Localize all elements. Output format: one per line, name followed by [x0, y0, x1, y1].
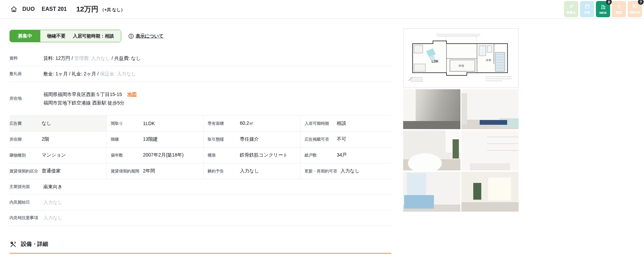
- transaction-value: 専任媒介: [240, 136, 259, 142]
- floorplan-label-ldk: LDK: [432, 60, 439, 63]
- display-info-link[interactable]: ⓘ 表示について: [129, 33, 164, 39]
- floor-cell: 所在階2階: [9, 132, 106, 147]
- ad-publish-label: 広告掲載可否: [305, 137, 337, 142]
- status-move-in: 入居可能時期：相談: [73, 33, 114, 39]
- room-number: EAST 201: [42, 6, 67, 12]
- layout-label: 間取り: [111, 121, 143, 126]
- deposit-key-money: 敷金: 1ヶ月 / 礼金: 2ヶ月 /: [43, 71, 100, 76]
- display-info-label[interactable]: 表示について: [136, 33, 164, 39]
- renewal-value: 入力なし: [340, 168, 360, 174]
- cancel-notice-label: 解約予告: [208, 168, 240, 174]
- equipment-section-label: 設備・詳細: [21, 241, 48, 248]
- stories-cell: 階建13階建: [106, 132, 203, 147]
- ad-fee-value: なし: [42, 120, 51, 126]
- building-type-label: 建物種別: [9, 152, 42, 158]
- transaction-cell: 取引態様専任媒介: [203, 132, 300, 147]
- address-line2: 福岡市営地下鉄空港線 西新駅 徒歩5分: [43, 99, 137, 107]
- pin-icon: [568, 3, 574, 9]
- image-sidebar: LDK 吹抜 洋室: [403, 28, 519, 212]
- image-icon: [632, 3, 638, 9]
- deposit-row: 敷礼保 敷金: 1ヶ月 / 礼金: 2ヶ月 / 保証金: 入力なし: [9, 66, 391, 82]
- structure-label: 構造: [208, 152, 240, 158]
- room-hold-label: 部屋止: [566, 10, 576, 15]
- drawing-create-label: 図面作成: [630, 11, 640, 14]
- property-photo-dining[interactable]: [403, 131, 460, 170]
- deposit-row-label: 敷礼保: [9, 71, 43, 77]
- header-action-buttons: 部屋止 内見 0 WEB 図面 ?: [564, 1, 642, 17]
- contract-period-value: 2年間: [143, 168, 155, 174]
- guarantee-money: 保証金: 入力なし: [100, 71, 136, 76]
- photo-grid: [403, 89, 519, 212]
- rent-price: 12万円: [76, 4, 98, 14]
- stories-value: 13階建: [143, 136, 158, 142]
- deposit-row-value: 敷金: 1ヶ月 / 礼金: 2ヶ月 / 保証金: 入力なし: [43, 70, 136, 78]
- top-bar: DUO EAST 201 12万円 （+共 なし） 部屋止 内見 0: [0, 0, 644, 19]
- rent-amount: 賃料: 12万円 /: [43, 55, 74, 61]
- viewing-note-row: 内見時注意事項 入力なし: [9, 210, 391, 226]
- detail-grid-row-2: 所在階2階 階建13階建 取引態様専任媒介 広告掲載可否不可: [9, 132, 391, 147]
- ad-fee-cell: 広告費なし: [9, 116, 106, 131]
- ad-publish-value: 不可: [337, 136, 346, 142]
- viewing-start-label: 内見開始日: [9, 199, 43, 205]
- lighting-row: 主要採光面 南東向き: [9, 179, 391, 195]
- recruiting-status-pill: 募集中 物確不要 入居可能時期：相談: [9, 30, 121, 42]
- property-details-table: 賃料 賃料: 12万円 / 管理費: 入力なし / 共益費: なし 敷礼保 敷金…: [9, 51, 391, 226]
- status-conditions: 物確不要 入居可能時期：相談: [40, 30, 121, 42]
- property-photo-living[interactable]: [461, 89, 519, 129]
- ad-fee-label: 広告費: [9, 121, 42, 126]
- floorplan-drawing: LDK 吹抜 洋室: [405, 30, 517, 86]
- web-publish-button[interactable]: 0 WEB: [596, 1, 610, 17]
- property-photo-kitchen[interactable]: [461, 131, 519, 170]
- status-badge: 募集中: [10, 30, 40, 42]
- rent-row-label: 賃料: [9, 55, 43, 61]
- built-year-value: 2007年2月(築18年): [143, 152, 184, 158]
- move-in-value: 相談: [337, 120, 346, 126]
- total-units-label: 総戸数: [305, 152, 337, 158]
- equipment-section-title: 設備・詳細: [9, 241, 391, 254]
- built-year-label: 築年数: [111, 152, 143, 158]
- area-value: 60.2㎡: [240, 120, 254, 126]
- property-photo-bedroom[interactable]: [403, 172, 460, 212]
- viewing-start-row: 内見開始日 入力なし: [9, 195, 391, 210]
- detail-grid-row-4: 賃貸借契約区分普通借家 賃貸借契約期間2年間 解約予告入力なし 更新・再契約可否…: [9, 163, 391, 179]
- rent-row-value: 賃料: 12万円 / 管理費: 入力なし / 共益費: なし: [43, 54, 141, 63]
- viewing-note-label: 内見時注意事項: [9, 215, 43, 221]
- property-detail-page: DUO EAST 201 12万円 （+共 なし） 部屋止 内見 0: [0, 0, 644, 259]
- rent-row: 賃料 賃料: 12万円 / 管理費: 入力なし / 共益費: なし: [9, 51, 391, 66]
- address-line1: 福岡県福岡市早良区西新５丁目15-15地図: [43, 90, 137, 99]
- building-type-cell: 建物種別マンション: [9, 147, 106, 163]
- total-units-cell: 総戸数34戸: [300, 147, 391, 163]
- web-label: WEB: [599, 11, 606, 14]
- structure-value: 鉄骨鉄筋コンクリート: [240, 152, 288, 158]
- floor-label: 所在階: [9, 137, 42, 142]
- download-icon: [616, 3, 622, 9]
- floorplan-thumbnail[interactable]: LDK 吹抜 洋室: [403, 28, 519, 88]
- building-name: DUO: [22, 6, 35, 12]
- building-type-value: マンション: [42, 152, 66, 158]
- stories-label: 階建: [111, 137, 143, 142]
- total-units-value: 34戸: [337, 152, 347, 158]
- drawing-download-button[interactable]: 図面: [612, 1, 626, 17]
- property-photo-hallway[interactable]: [403, 89, 460, 129]
- contract-period-label: 賃貸借契約期間: [111, 168, 143, 174]
- drawing-create-button[interactable]: ? 図面作成: [628, 1, 642, 17]
- renewal-label: 更新・再契約可否: [305, 168, 340, 174]
- cancel-notice-value: 入力なし: [240, 168, 259, 174]
- address-row: 所在地 福岡県福岡市早良区西新５丁目15-15地図 福岡市営地下鉄空港線 西新駅…: [9, 82, 391, 116]
- map-link[interactable]: 地図: [127, 92, 137, 97]
- building-icon: [600, 4, 606, 10]
- viewing-note-value: 入力なし: [43, 214, 63, 222]
- viewing-button[interactable]: 内見: [580, 1, 594, 17]
- room-hold-button[interactable]: 部屋止: [564, 1, 578, 17]
- drawing-create-badge: ?: [638, 0, 644, 5]
- area-cell: 専有面積60.2㎡: [203, 116, 300, 131]
- property-photo-room[interactable]: [461, 172, 519, 212]
- floorplan-label-void: 吹抜: [459, 64, 464, 67]
- address-text: 福岡県福岡市早良区西新５丁目15-15: [43, 92, 122, 97]
- tools-icon: [9, 241, 17, 248]
- detail-grid-row-3: 建物種別マンション 築年数2007年2月(築18年) 構造鉄骨鉄筋コンクリート …: [9, 147, 391, 163]
- move-in-cell: 入居可能時期相談: [300, 116, 391, 131]
- lighting-label: 主要採光面: [9, 184, 43, 190]
- floor-value: 2階: [42, 136, 49, 142]
- floorplan-label-room: 洋室: [485, 59, 491, 62]
